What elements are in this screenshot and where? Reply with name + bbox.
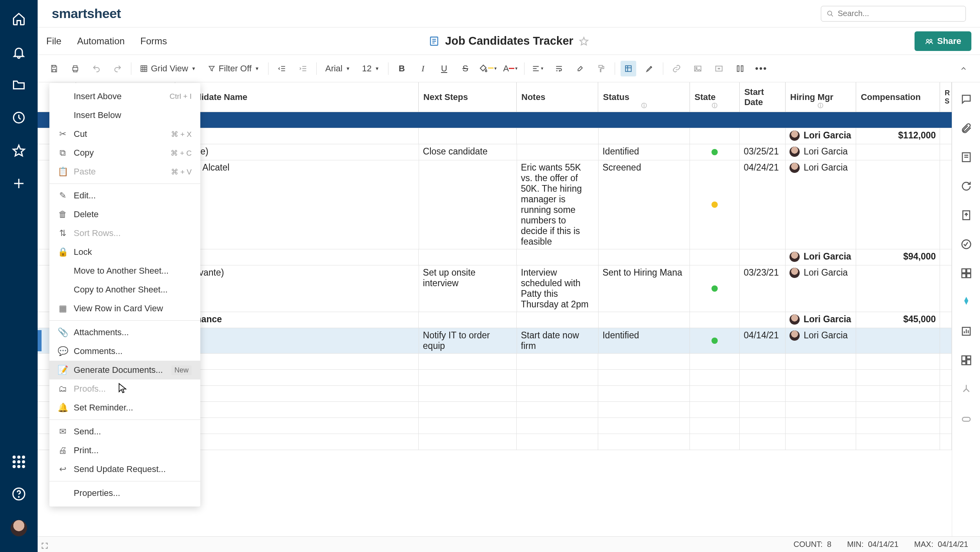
col-notes[interactable]: Notes bbox=[517, 82, 598, 112]
ctx-insert-above[interactable]: Insert AboveCtrl + I bbox=[49, 87, 200, 106]
cell[interactable] bbox=[419, 128, 517, 144]
cell-comp[interactable] bbox=[856, 144, 940, 160]
cell-state[interactable] bbox=[690, 265, 740, 312]
cell-next[interactable] bbox=[419, 160, 517, 249]
view-dropdown[interactable]: Grid View ▼ bbox=[137, 61, 199, 76]
cell-date[interactable]: 04/14/21 bbox=[740, 328, 786, 353]
cell-status[interactable]: Screened bbox=[599, 160, 690, 249]
link-icon[interactable] bbox=[669, 61, 684, 76]
cell-state[interactable] bbox=[690, 160, 740, 249]
ctx-comments[interactable]: 💬Comments... bbox=[49, 342, 200, 361]
cell[interactable] bbox=[598, 418, 690, 434]
cell-status[interactable]: Sent to Hiring Mana bbox=[599, 265, 690, 312]
favorites-icon[interactable] bbox=[12, 143, 26, 158]
cell[interactable] bbox=[740, 312, 786, 328]
col-state[interactable]: Stateⓘ bbox=[690, 82, 740, 112]
cell-notes[interactable]: Eric wants 55K vs. the offer of 50K. The… bbox=[517, 160, 599, 249]
cell[interactable] bbox=[940, 386, 952, 401]
cell-mgr[interactable]: Lori Garcia bbox=[786, 265, 856, 312]
cell[interactable] bbox=[940, 418, 952, 434]
ctx-copysheet[interactable]: Copy to Another Sheet... bbox=[49, 280, 200, 299]
cell[interactable] bbox=[517, 354, 598, 369]
cell[interactable] bbox=[690, 354, 740, 369]
favorite-star-icon[interactable] bbox=[579, 36, 589, 46]
cell[interactable] bbox=[786, 402, 856, 418]
cell[interactable] bbox=[405, 112, 505, 128]
fontsize-dropdown[interactable]: 12 ▼ bbox=[359, 61, 383, 76]
cell-status[interactable]: Identified bbox=[599, 328, 690, 353]
expand-icon[interactable] bbox=[41, 542, 49, 550]
ctx-cut[interactable]: ✂Cut⌘ + X bbox=[49, 125, 200, 143]
strike-icon[interactable]: S bbox=[457, 61, 473, 76]
cell[interactable] bbox=[734, 112, 781, 128]
cell[interactable] bbox=[786, 386, 856, 401]
cell[interactable] bbox=[740, 418, 786, 434]
comments-panel-icon[interactable] bbox=[960, 93, 972, 105]
cell[interactable] bbox=[690, 249, 740, 265]
cell-comp[interactable] bbox=[856, 265, 940, 312]
attachments-panel-icon[interactable] bbox=[960, 122, 972, 134]
cell[interactable] bbox=[517, 434, 598, 450]
cell[interactable] bbox=[598, 402, 690, 418]
more-icon[interactable]: ••• bbox=[753, 61, 769, 76]
cell-date[interactable]: 03/23/21 bbox=[740, 265, 786, 312]
refresh-icon[interactable] bbox=[960, 180, 972, 192]
info-icon[interactable]: ⓘ bbox=[712, 102, 717, 109]
clear-format-icon[interactable] bbox=[572, 61, 588, 76]
columns-icon[interactable] bbox=[732, 61, 748, 76]
recents-icon[interactable] bbox=[12, 111, 26, 125]
col-date[interactable]: Start Date bbox=[740, 82, 786, 112]
cell-mgr[interactable]: Lori Garcia bbox=[786, 144, 856, 160]
cell[interactable] bbox=[598, 370, 690, 385]
col-next[interactable]: Next Steps bbox=[419, 82, 517, 112]
cell[interactable] bbox=[599, 249, 690, 265]
cell[interactable] bbox=[940, 312, 952, 328]
cell[interactable] bbox=[940, 128, 952, 144]
dashboard-panel-icon[interactable] bbox=[960, 354, 972, 366]
cell[interactable] bbox=[940, 370, 952, 385]
cell-notes[interactable]: Start date now firm bbox=[517, 328, 599, 353]
cell-next[interactable]: Notify IT to order equip bbox=[419, 328, 517, 353]
cell-next[interactable]: Close candidate bbox=[419, 144, 517, 160]
ctx-copy[interactable]: ⧉Copy⌘ + C bbox=[49, 143, 200, 162]
cell[interactable] bbox=[740, 128, 786, 144]
cell[interactable] bbox=[419, 249, 517, 265]
cell[interactable] bbox=[517, 418, 598, 434]
cell-mgr[interactable]: Lori Garcia bbox=[786, 312, 856, 328]
help-icon[interactable] bbox=[12, 487, 26, 501]
cell[interactable] bbox=[419, 354, 517, 369]
cell[interactable] bbox=[786, 370, 856, 385]
cell[interactable] bbox=[690, 434, 740, 450]
cell-comp[interactable] bbox=[856, 160, 940, 249]
add-icon[interactable] bbox=[12, 176, 26, 191]
cell[interactable] bbox=[856, 434, 940, 450]
cell[interactable] bbox=[940, 434, 952, 450]
cell[interactable] bbox=[690, 386, 740, 401]
font-dropdown[interactable]: Arial ▼ bbox=[322, 61, 354, 76]
wrap-icon[interactable] bbox=[551, 61, 567, 76]
info-icon[interactable]: ⓘ bbox=[641, 102, 647, 109]
filter-dropdown[interactable]: Filter Off ▼ bbox=[205, 61, 263, 76]
menu-file[interactable]: File bbox=[46, 36, 62, 47]
col-status[interactable]: Statusⓘ bbox=[598, 82, 690, 112]
cell[interactable] bbox=[517, 386, 598, 401]
cell-comp[interactable]: $112,000 bbox=[856, 128, 940, 144]
cell[interactable] bbox=[599, 312, 690, 328]
outdent-icon[interactable] bbox=[274, 61, 290, 76]
apps-icon[interactable] bbox=[13, 456, 25, 468]
col-comp[interactable]: Compensation bbox=[856, 82, 940, 112]
ctx-edit[interactable]: ✎Edit... bbox=[49, 186, 200, 205]
ctx-delete[interactable]: 🗑Delete bbox=[49, 205, 200, 224]
cell-date[interactable]: 04/24/21 bbox=[740, 160, 786, 249]
cell[interactable] bbox=[419, 386, 517, 401]
cell[interactable] bbox=[940, 402, 952, 418]
cell[interactable] bbox=[683, 112, 734, 128]
format-painter-icon[interactable] bbox=[593, 61, 609, 76]
cell[interactable] bbox=[690, 370, 740, 385]
cell[interactable] bbox=[419, 312, 517, 328]
cell[interactable] bbox=[505, 112, 589, 128]
bold-icon[interactable]: B bbox=[394, 61, 410, 76]
cell[interactable] bbox=[419, 370, 517, 385]
image-icon[interactable] bbox=[690, 61, 706, 76]
indent-icon[interactable] bbox=[295, 61, 311, 76]
